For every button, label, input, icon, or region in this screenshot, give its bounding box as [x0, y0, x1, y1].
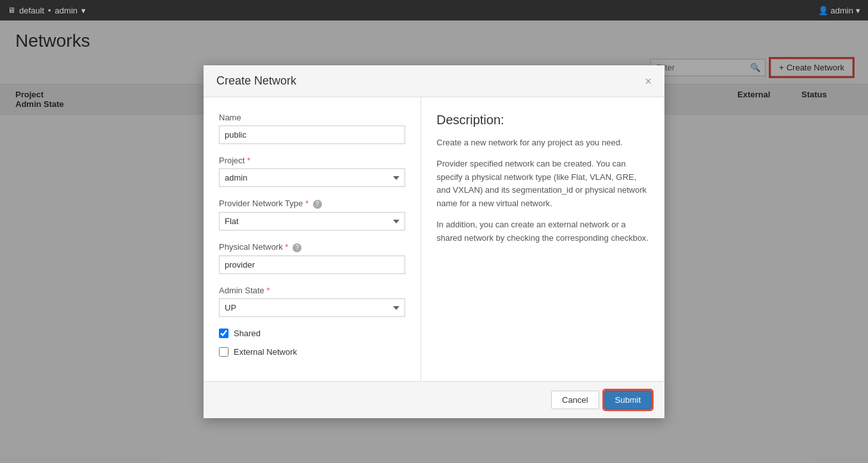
description-paragraph-1: Create a new network for any project as …	[437, 136, 649, 150]
provider-network-type-group: Provider Network Type * ? Flat VLAN GRE …	[219, 199, 405, 231]
project-label: Project *	[219, 156, 405, 165]
physical-network-label: Physical Network * ?	[219, 242, 405, 252]
physical-network-group: Physical Network * ?	[219, 242, 405, 274]
modal-overlay: Create Network × Name Project *	[0, 20, 868, 463]
description-title: Description:	[437, 113, 649, 127]
submit-button[interactable]: Submit	[604, 391, 652, 409]
external-network-label[interactable]: External Network	[234, 347, 297, 357]
physical-network-input[interactable]	[219, 256, 405, 274]
provider-network-type-label: Provider Network Type * ?	[219, 199, 405, 209]
modal-header: Create Network ×	[204, 65, 664, 97]
main-page: Networks 🔍 + Create Network Project Exte…	[0, 20, 868, 463]
provider-network-type-select[interactable]: Flat VLAN GRE VXLAN	[219, 212, 405, 231]
project-name: default	[19, 6, 44, 15]
admin-state-label: Admin State *	[219, 286, 405, 295]
modal-close-button[interactable]: ×	[645, 76, 652, 87]
form-panel: Name Project * admin	[204, 97, 421, 381]
topbar-right: 👤 admin ▾	[818, 6, 860, 15]
project-role: admin	[55, 6, 77, 15]
provider-type-required: *	[305, 199, 309, 208]
shared-checkbox[interactable]	[219, 329, 229, 338]
screen-icon: 🖥	[8, 6, 15, 15]
provider-type-help-icon[interactable]: ?	[313, 200, 322, 209]
admin-state-required: *	[266, 286, 269, 295]
external-network-checkbox-row: External Network	[219, 347, 405, 357]
description-panel: Description: Create a new network for an…	[421, 97, 664, 381]
name-field-group: Name	[219, 113, 405, 144]
modal-title: Create Network	[216, 74, 296, 88]
physical-network-required: *	[285, 242, 288, 252]
shared-checkbox-row: Shared	[219, 329, 405, 338]
description-paragraph-2: Provider specified network can be create…	[437, 158, 649, 211]
user-icon: 👤	[818, 6, 828, 15]
modal-body: Name Project * admin	[204, 97, 664, 381]
modal-footer: Cancel Submit	[204, 381, 664, 418]
external-network-checkbox[interactable]	[219, 347, 229, 357]
admin-state-select[interactable]: UP DOWN	[219, 298, 405, 317]
project-select[interactable]: admin	[219, 168, 405, 187]
project-required: *	[247, 156, 250, 165]
topbar: 🖥 default • admin ▾ 👤 admin ▾	[0, 0, 868, 20]
project-field-group: Project * admin	[219, 156, 405, 187]
topbar-separator: •	[48, 6, 51, 15]
description-paragraph-3: In addition, you can create an external …	[437, 218, 649, 245]
physical-network-help-icon[interactable]: ?	[293, 243, 301, 252]
create-network-modal: Create Network × Name Project *	[204, 65, 664, 418]
name-label: Name	[219, 113, 405, 122]
topbar-left: 🖥 default • admin ▾	[8, 6, 86, 15]
user-label: admin	[831, 6, 853, 15]
user-dropdown-icon[interactable]: ▾	[856, 6, 860, 15]
cancel-button[interactable]: Cancel	[551, 391, 599, 409]
name-input[interactable]	[219, 126, 405, 144]
project-dropdown-icon[interactable]: ▾	[81, 6, 86, 15]
shared-label[interactable]: Shared	[234, 329, 261, 338]
admin-state-group: Admin State * UP DOWN	[219, 286, 405, 317]
